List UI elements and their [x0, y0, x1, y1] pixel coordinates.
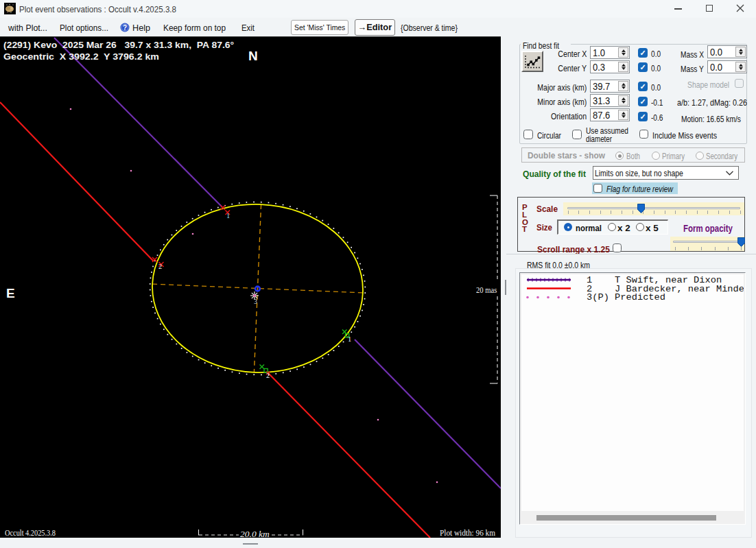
svg-text:2: 2: [266, 372, 270, 379]
svg-text:1: 1: [348, 335, 351, 343]
svg-text:2: 2: [158, 263, 162, 270]
svg-text:?: ?: [123, 24, 127, 32]
svg-text:3: 3: [254, 298, 257, 305]
svg-text:1: 1: [226, 212, 230, 219]
